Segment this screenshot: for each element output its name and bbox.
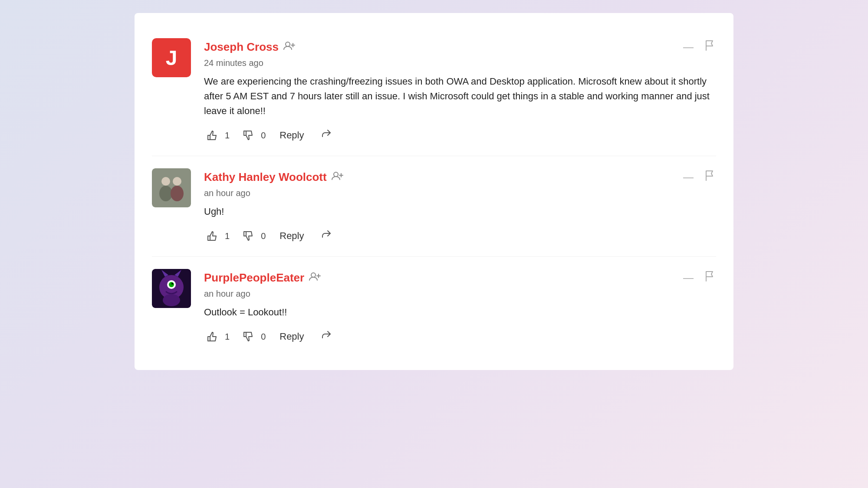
comment-text: Ugh! [204, 204, 716, 219]
comment-text: We are experiencing the crashing/freezin… [204, 74, 716, 118]
add-user-icon[interactable] [309, 272, 321, 284]
comment-item: PurplePeopleEater — [152, 257, 716, 357]
dislike-count: 0 [261, 131, 266, 141]
author-row: Joseph Cross [204, 40, 295, 54]
comment-actions-top: — [681, 269, 716, 286]
timestamp: 24 minutes ago [204, 58, 716, 68]
flag-button[interactable] [703, 38, 716, 56]
comment-body: Joseph Cross — [204, 38, 716, 144]
add-user-icon[interactable] [283, 41, 295, 53]
like-group: 1 [204, 128, 230, 142]
like-button[interactable] [204, 128, 220, 142]
svg-point-12 [173, 177, 181, 186]
comments-container: J Joseph Cross [135, 13, 733, 370]
minimize-icon: — [683, 272, 694, 283]
comment-body: Kathy Hanley Woolcott — [204, 168, 716, 244]
minimize-icon: — [683, 171, 694, 183]
dislike-count: 0 [261, 332, 266, 342]
svg-point-28 [169, 282, 174, 287]
avatar-letter: J [152, 38, 191, 77]
dislike-button[interactable] [240, 330, 256, 344]
comment-footer: 1 0 Reply [204, 127, 716, 144]
comment-actions-top: — [681, 168, 716, 186]
minimize-button[interactable]: — [681, 39, 695, 55]
share-button[interactable] [318, 328, 335, 345]
like-button[interactable] [204, 229, 220, 243]
like-count: 1 [225, 131, 230, 141]
svg-point-11 [159, 186, 172, 201]
dislike-group: 0 [240, 330, 266, 344]
comment-body: PurplePeopleEater — [204, 269, 716, 345]
comment-item: Kathy Hanley Woolcott — [152, 156, 716, 257]
author-name[interactable]: Joseph Cross [204, 40, 279, 54]
dislike-button[interactable] [240, 128, 256, 142]
svg-point-29 [171, 283, 173, 285]
like-count: 1 [225, 332, 230, 342]
dislike-button[interactable] [240, 229, 256, 243]
comment-text: Outlook = Lookout!! [204, 305, 716, 320]
share-button[interactable] [318, 127, 335, 144]
svg-point-13 [171, 186, 184, 201]
like-group: 1 [204, 330, 230, 344]
comment-footer: 1 0 Reply [204, 228, 716, 244]
reply-button[interactable]: Reply [276, 128, 307, 143]
like-group: 1 [204, 229, 230, 243]
avatar: J [152, 38, 191, 77]
svg-point-0 [286, 42, 290, 46]
comment-footer: 1 0 Reply [204, 328, 716, 345]
author-row: Kathy Hanley Woolcott [204, 170, 343, 184]
minimize-button[interactable]: — [681, 169, 695, 185]
avatar-image-purple [152, 269, 191, 308]
minimize-icon: — [683, 41, 694, 52]
comment-header: PurplePeopleEater — [204, 269, 716, 286]
svg-point-14 [334, 172, 338, 177]
comment-item: J Joseph Cross [152, 26, 716, 156]
dislike-group: 0 [240, 128, 266, 142]
like-count: 1 [225, 231, 230, 241]
reply-button[interactable]: Reply [276, 329, 307, 344]
reply-button[interactable]: Reply [276, 229, 307, 243]
share-button[interactable] [318, 228, 335, 244]
svg-point-30 [163, 294, 180, 306]
author-name[interactable]: PurplePeopleEater [204, 271, 304, 285]
author-name[interactable]: Kathy Hanley Woolcott [204, 170, 327, 184]
add-user-icon[interactable] [331, 171, 343, 183]
avatar-image-kathy [152, 168, 191, 207]
like-button[interactable] [204, 330, 220, 344]
dislike-group: 0 [240, 229, 266, 243]
timestamp: an hour ago [204, 289, 716, 299]
flag-button[interactable] [703, 168, 716, 186]
author-row: PurplePeopleEater [204, 271, 321, 285]
avatar [152, 269, 191, 308]
comment-actions-top: — [681, 38, 716, 56]
comment-header: Kathy Hanley Woolcott — [204, 168, 716, 186]
minimize-button[interactable]: — [681, 270, 695, 285]
svg-point-31 [311, 273, 316, 277]
avatar [152, 168, 191, 207]
svg-rect-9 [152, 168, 191, 207]
flag-button[interactable] [703, 269, 716, 286]
dislike-count: 0 [261, 231, 266, 241]
svg-point-10 [161, 177, 170, 186]
comment-header: Joseph Cross — [204, 38, 716, 56]
timestamp: an hour ago [204, 188, 716, 198]
